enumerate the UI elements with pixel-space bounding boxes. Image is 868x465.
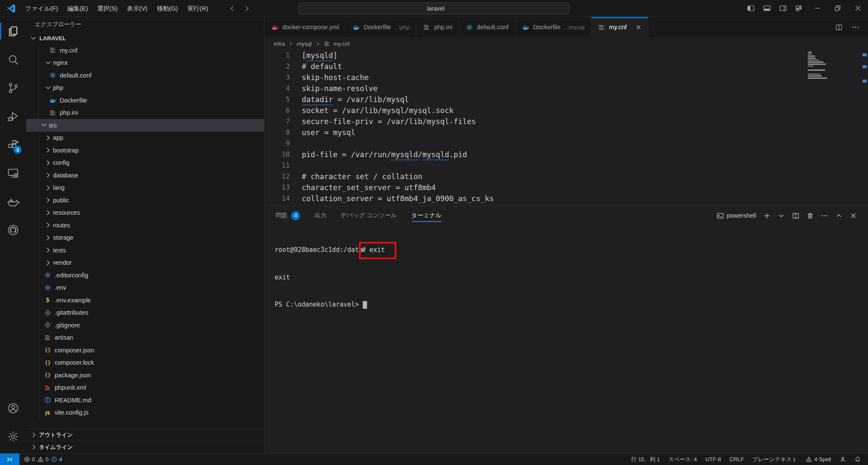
tree-item-Dockerfile[interactable]: Dockerfile [26, 94, 264, 107]
tree-item-resources[interactable]: resources [26, 207, 264, 219]
split-editor-icon[interactable] [835, 23, 843, 31]
menu-item[interactable]: 表示(V) [122, 3, 152, 14]
menu-item[interactable]: ファイル(F) [20, 3, 63, 14]
editor-more-actions-icon[interactable] [851, 23, 860, 31]
activity-run-debug-icon[interactable] [0, 102, 26, 130]
toggle-panel-icon[interactable] [759, 0, 775, 17]
tree-item-composer.lock[interactable]: {}composer.lock [26, 357, 264, 369]
window-restore-button[interactable] [827, 0, 848, 17]
tree-item-lang[interactable]: lang [26, 182, 264, 194]
kill-terminal-icon[interactable] [807, 212, 814, 219]
tree-item-package.json[interactable]: {}package.json [26, 369, 264, 382]
code-editor[interactable]: 1[mysqld]2# default3skip-host-cache4skip… [264, 50, 868, 206]
tree-item-storage[interactable]: storage [26, 232, 264, 244]
status-cursor-position[interactable]: 行 15、列 1 [628, 454, 663, 465]
status-spell-checker[interactable]: 4 Spell [803, 454, 834, 465]
tree-item-bootstrap[interactable]: bootstrap [26, 144, 264, 157]
activity-source-control-icon[interactable] [0, 74, 26, 102]
tree-item-app[interactable]: app [26, 132, 264, 144]
panel-more-actions-icon[interactable] [821, 212, 828, 219]
tree-item-.env.example[interactable]: $.env.example [26, 294, 264, 307]
split-terminal-icon[interactable] [792, 212, 799, 219]
status-notifications[interactable] [851, 454, 864, 465]
breadcrumb-item[interactable]: infra [274, 41, 285, 47]
nav-forward-icon[interactable] [242, 4, 251, 13]
activity-github-icon[interactable] [0, 216, 26, 244]
tab-Dockerfile[interactable]: Dockerfile...\php [346, 17, 417, 37]
activity-docker-icon[interactable] [0, 187, 26, 216]
activity-extensions-icon[interactable]: 3 [0, 130, 26, 159]
outline-section[interactable]: アウトライン [26, 429, 264, 441]
tab-docker-compose.yml[interactable]: docker-compose.yml [264, 17, 346, 37]
breadcrumb-file[interactable]: my.cnf [334, 41, 350, 47]
problems-status[interactable]: 004 [19, 456, 67, 462]
tab-Dockerfile[interactable]: Dockerfile...\mysql [515, 17, 591, 37]
tree-item-.env[interactable]: .env [26, 282, 264, 294]
workspace-root-header[interactable]: LARAVEL [26, 32, 264, 44]
chevron-right-icon [45, 246, 53, 254]
tab-close-icon[interactable] [635, 24, 642, 30]
tree-item-tests[interactable]: tests [26, 244, 264, 257]
panel-tab-問題[interactable]: 問題4 [275, 206, 300, 225]
activity-remote-explorer-icon[interactable] [0, 159, 26, 187]
tree-item-.gitattributes[interactable]: .gitattributes [26, 307, 264, 319]
menu-item[interactable]: 実行(R) [183, 3, 213, 14]
tree-item-composer.json[interactable]: {}composer.json [26, 344, 264, 357]
command-center-value: laravel [427, 5, 444, 12]
window-minimize-button[interactable] [807, 0, 827, 17]
tree-item-nginx[interactable]: nginx [26, 57, 264, 69]
status-feedback[interactable] [837, 454, 849, 465]
window-close-button[interactable] [848, 0, 868, 17]
status-language-mode[interactable]: プレーンテキスト [749, 454, 800, 465]
tree-item-.gitignore[interactable]: .gitignore [26, 319, 264, 332]
close-panel-icon[interactable] [850, 212, 857, 219]
tab-default.conf[interactable]: default.conf [459, 17, 515, 37]
new-terminal-icon[interactable] [763, 212, 771, 219]
activity-explorer-icon[interactable] [0, 17, 26, 45]
customize-layout-icon[interactable] [791, 0, 807, 17]
status-encoding[interactable]: UTF-8 [702, 454, 724, 465]
minimap[interactable] [808, 52, 829, 80]
terminal-dropdown-icon[interactable] [778, 212, 785, 219]
panel-tab-ターミナル[interactable]: ターミナル [412, 206, 442, 225]
tree-item-php[interactable]: php [26, 82, 264, 94]
tree-item-phpunit.xml[interactable]: phpunit.xml [26, 382, 264, 394]
toggle-secondary-sidebar-icon[interactable] [775, 0, 791, 17]
maximize-panel-icon[interactable] [835, 212, 843, 219]
panel-tab-出力[interactable]: 出力 [314, 206, 326, 225]
bottom-panel: 問題4出力デバッグ コンソールターミナル powershell root@928… [264, 206, 868, 453]
tree-item-php.ini[interactable]: php.ini [26, 107, 264, 119]
menu-item[interactable]: 選択(S) [92, 3, 122, 14]
tree-item-artisan[interactable]: artisan [26, 332, 264, 344]
tree-item-default.conf[interactable]: default.conf [26, 69, 264, 82]
tree-item-public[interactable]: public [26, 194, 264, 207]
tree-item-routes[interactable]: routes [26, 219, 264, 232]
remote-indicator[interactable] [0, 454, 19, 465]
status-eol[interactable]: CRLF [726, 454, 747, 465]
timeline-section[interactable]: タイムライン [26, 441, 264, 453]
panel-tab-デバッグ コンソール[interactable]: デバッグ コンソール [341, 206, 397, 225]
tree-item-database[interactable]: database [26, 169, 264, 182]
tree-item-.editorconfig[interactable]: .editorconfig [26, 269, 264, 282]
menu-item[interactable]: 編集(E) [63, 3, 92, 14]
tree-item-my.cnf[interactable]: my.cnf [26, 44, 264, 57]
activity-settings-icon[interactable] [0, 422, 26, 451]
tree-item-vendor[interactable]: vendor [26, 257, 264, 269]
command-center-search[interactable]: laravel [298, 3, 570, 14]
activity-account-icon[interactable] [0, 394, 26, 422]
tree-item-config[interactable]: config [26, 157, 264, 169]
status-indentation[interactable]: スペース: 4 [665, 454, 700, 465]
tab-my.cnf[interactable]: my.cnf [591, 17, 648, 37]
terminal[interactable]: root@928baec3c1dd:/data# exit exit PS C:… [275, 227, 851, 451]
terminal-shell-selector[interactable]: powershell [717, 212, 756, 219]
tree-item-README.md[interactable]: README.md [26, 394, 264, 407]
breadcrumb-item[interactable]: mysql [297, 41, 312, 47]
toggle-sidebar-icon[interactable] [743, 0, 759, 17]
tree-item-vite.config.js[interactable]: JSvite.config.js [26, 407, 264, 419]
line-number: 2 [264, 61, 290, 72]
nav-back-icon[interactable] [228, 4, 236, 13]
tree-item-src[interactable]: src [26, 119, 264, 132]
activity-search-icon[interactable] [0, 45, 26, 74]
tab-php.ini[interactable]: php.ini [416, 17, 459, 37]
menu-item[interactable]: 移動(G) [152, 3, 183, 14]
